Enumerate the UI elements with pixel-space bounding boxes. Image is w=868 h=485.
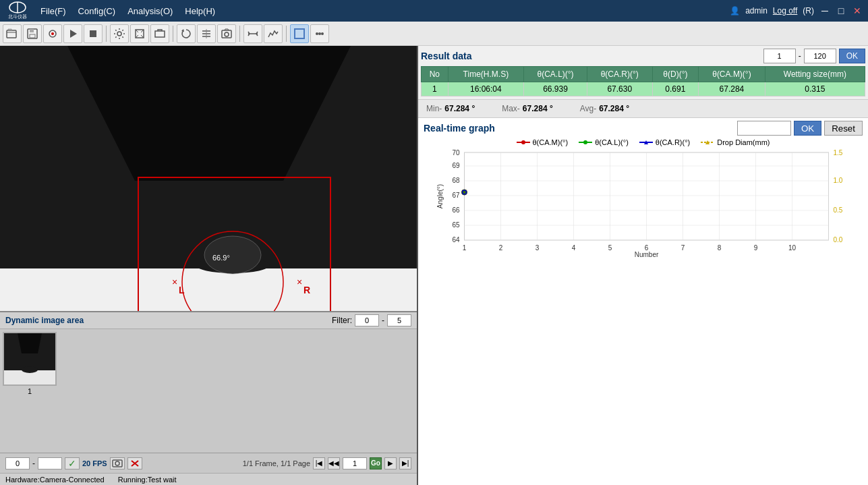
legend-car-label: θ(CA.R)(°) — [656, 138, 690, 146]
bottom-controls: - ✓ 20 FPS 1/1 Frame, 1/1 Page |◀ ◀◀ Go … — [0, 453, 417, 473]
minimize-button[interactable]: ─ — [819, 5, 830, 16]
legend-cal-label: θ(CA.L)(°) — [595, 138, 629, 146]
result-header: Result data - OK — [421, 49, 865, 63]
filter-sep: - — [382, 316, 384, 325]
left-panel: × L × R 66.9° Dynamic image area Filter:… — [0, 46, 418, 485]
tb-graph-btn[interactable] — [264, 24, 283, 43]
tb-zoom-btn[interactable] — [150, 24, 169, 43]
result-range-sep: - — [799, 51, 801, 61]
col-cam: θ(CA.M)(°) — [699, 67, 765, 82]
graph-area: Real-time graph OK Reset θ(CA.M)(°) θ(CA… — [418, 118, 868, 485]
result-ok-button[interactable]: OK — [839, 49, 865, 63]
col-cal: θ(CA.L)(°) — [524, 67, 587, 82]
nav-prev-btn[interactable]: ◀◀ — [328, 457, 340, 469]
go-button[interactable]: Go — [370, 457, 382, 469]
svg-text:64: 64 — [452, 236, 460, 244]
legend-drop-label: Drop Diam(mm) — [717, 138, 770, 146]
table-row[interactable]: 1 16:06:04 66.939 67.630 0.691 67.284 0.… — [422, 82, 865, 96]
legend-cam-label: θ(CA.M)(°) — [533, 138, 569, 146]
svg-text:65: 65 — [452, 221, 460, 229]
tb-zoom-fit-btn[interactable] — [130, 24, 149, 43]
filter-label: Filter: — [332, 316, 352, 325]
graph-ok-button[interactable]: OK — [794, 121, 821, 136]
tb-active-btn[interactable] — [290, 24, 309, 43]
tb-measure-btn[interactable] — [243, 24, 262, 43]
titlebar: 北斗仪器 File(F) Config(C) Analysis(O) Help(… — [0, 0, 868, 22]
tb-play-btn[interactable] — [63, 24, 82, 43]
result-table: No Time(H.M.S) θ(CA.L)(°) θ(CA.R)(°) θ(D… — [421, 66, 865, 96]
svg-text:7: 7 — [681, 244, 685, 252]
svg-point-20 — [321, 32, 324, 35]
logout-link[interactable]: Log off — [773, 6, 797, 16]
col-wetting: Wetting size(mm) — [765, 67, 865, 82]
main-area: × L × R 66.9° Dynamic image area Filter:… — [0, 46, 868, 485]
user-icon: 👤 — [730, 6, 740, 16]
menu-bar: File(F) Config(C) Analysis(O) Help(H) — [35, 3, 221, 19]
frame-end-input[interactable] — [38, 457, 62, 469]
camera-status: Hardware:Camera-Connected — [5, 476, 105, 484]
graph-controls: OK Reset — [737, 121, 863, 136]
cell-no: 1 — [422, 82, 449, 96]
svg-rect-3 — [7, 30, 16, 38]
svg-text:69: 69 — [452, 162, 460, 169]
nav-next-btn[interactable]: ▶ — [384, 457, 397, 469]
svg-text:1.5: 1.5 — [834, 149, 843, 156]
snapshot-btn[interactable] — [110, 457, 125, 469]
ctrl-sep: - — [32, 459, 35, 468]
tb-flip-btn[interactable] — [197, 24, 216, 43]
confirm-btn[interactable]: ✓ — [65, 457, 80, 469]
dynamic-content: 1 — [0, 329, 417, 453]
tb-extra-btn[interactable] — [310, 24, 329, 43]
nav-first-btn[interactable]: |◀ — [313, 457, 325, 469]
filter-end-input[interactable] — [387, 314, 411, 326]
dynamic-header: Dynamic image area Filter: - — [0, 312, 417, 329]
tb-capture-btn[interactable] — [217, 24, 236, 43]
svg-text:1: 1 — [463, 244, 467, 252]
tb-stop-btn[interactable] — [84, 24, 103, 43]
min-label: Min- — [426, 104, 442, 113]
svg-point-18 — [316, 32, 318, 35]
filter-start-input[interactable] — [355, 314, 379, 326]
graph-input[interactable] — [737, 121, 791, 136]
page-input[interactable] — [343, 457, 367, 469]
col-no: No — [422, 67, 449, 82]
tb-settings-btn[interactable] — [110, 24, 129, 43]
frame-start-input[interactable] — [5, 457, 30, 469]
svg-text:66.9°: 66.9° — [212, 254, 230, 262]
menu-config[interactable]: Config(C) — [73, 3, 121, 19]
cell-time: 16:06:04 — [448, 82, 524, 96]
svg-text:×: × — [172, 277, 177, 287]
svg-text:68: 68 — [452, 177, 460, 184]
result-range-end[interactable] — [804, 49, 836, 63]
svg-point-11 — [117, 32, 121, 36]
menu-analysis[interactable]: Analysis(O) — [122, 3, 178, 19]
tb-open-btn[interactable] — [3, 24, 22, 43]
col-cd: θ(D)(°) — [652, 67, 699, 82]
menu-help[interactable]: Help(H) — [179, 3, 221, 19]
result-controls: - OK — [763, 49, 865, 63]
svg-text:66: 66 — [452, 206, 460, 214]
result-range-start[interactable] — [763, 49, 796, 63]
cell-wetting: 0.315 — [765, 82, 865, 96]
tb-save-btn[interactable] — [23, 24, 42, 43]
titlebar-left: 北斗仪器 File(F) Config(C) Analysis(O) Help(… — [5, 1, 221, 22]
close-button[interactable]: ✕ — [852, 5, 863, 16]
maximize-button[interactable]: □ — [836, 5, 846, 16]
menu-file[interactable]: File(F) — [35, 3, 71, 19]
svg-text:北斗仪器: 北斗仪器 — [8, 14, 27, 20]
svg-point-40 — [521, 140, 525, 144]
stats-bar: Min- 67.284 ° Max- 67.284 ° Avg- 67.284 … — [418, 99, 868, 118]
nav-last-btn[interactable]: ▶| — [399, 457, 411, 469]
thumb-image-1 — [3, 332, 57, 386]
delete-btn[interactable] — [127, 457, 142, 469]
col-time: Time(H.M.S) — [448, 67, 524, 82]
svg-text:Angle(°): Angle(°) — [436, 184, 444, 208]
tb-rotate-btn[interactable] — [177, 24, 196, 43]
min-stat: Min- 67.284 ° — [426, 104, 475, 113]
svg-text:1.0: 1.0 — [834, 177, 843, 184]
svg-text:9: 9 — [754, 244, 758, 252]
tb-record-btn[interactable] — [43, 24, 62, 43]
thumbnail-1[interactable]: 1 — [3, 332, 57, 450]
graph-reset-button[interactable]: Reset — [824, 121, 863, 136]
svg-text:0.5: 0.5 — [834, 206, 843, 214]
